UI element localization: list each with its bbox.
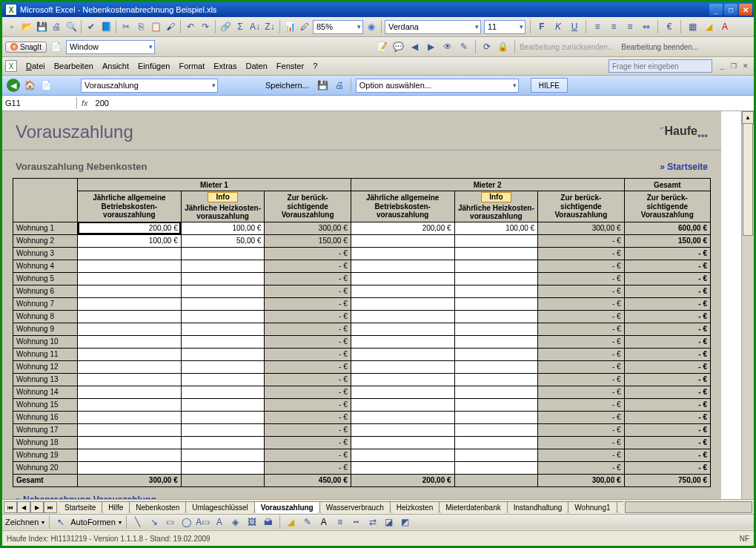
- save-disk-icon[interactable]: 💾: [316, 79, 330, 92]
- cell-m2a[interactable]: [351, 285, 454, 297]
- next-comment-icon[interactable]: ▶: [425, 40, 438, 53]
- cut-icon[interactable]: ✂: [119, 20, 133, 33]
- fx-icon[interactable]: fx: [77, 99, 93, 108]
- cell-m2a[interactable]: [351, 436, 454, 449]
- comment-icon[interactable]: 💬: [392, 40, 405, 53]
- line-style-icon[interactable]: ≡: [334, 515, 347, 529]
- cell-m2b[interactable]: [454, 335, 538, 348]
- cell-m2b[interactable]: [454, 234, 538, 247]
- font-color2-icon[interactable]: A: [317, 515, 331, 529]
- nav-back-icon[interactable]: ◀: [7, 79, 20, 92]
- doc-restore-button[interactable]: ❐: [729, 62, 739, 70]
- worksheet-area[interactable]: Vorauszahlung ⌐Haufe••• Vorauszahlung Ne…: [2, 111, 754, 519]
- cell-m1b[interactable]: [181, 423, 265, 436]
- cell-m1b[interactable]: [181, 360, 265, 373]
- menu-fenster[interactable]: Fenster: [272, 60, 308, 72]
- wordart-icon[interactable]: A: [213, 515, 226, 529]
- arrow-style-icon[interactable]: ⇄: [366, 515, 379, 529]
- font-size-combo[interactable]: 11: [484, 20, 525, 34]
- tab-next-icon[interactable]: ▶: [30, 501, 44, 513]
- cell-m2b[interactable]: [454, 260, 538, 272]
- cell-m1b[interactable]: [181, 436, 265, 449]
- ink-icon[interactable]: ✎: [457, 40, 471, 53]
- cell-m2b[interactable]: [454, 386, 538, 398]
- cell-m2a[interactable]: [351, 449, 454, 461]
- underline-icon[interactable]: U: [568, 20, 581, 33]
- italic-icon[interactable]: K: [551, 20, 565, 33]
- preview-icon[interactable]: 🔍: [64, 20, 78, 33]
- cell-m1a[interactable]: 200,00 €: [78, 222, 182, 234]
- cell-m2b[interactable]: [454, 348, 538, 360]
- drawing-toggle-icon[interactable]: 🖊: [298, 20, 311, 33]
- spelling-icon[interactable]: ✔: [84, 20, 98, 33]
- cell-m2b[interactable]: [454, 423, 538, 436]
- cell-m2a[interactable]: [351, 360, 454, 373]
- cell-m2b[interactable]: [454, 272, 538, 285]
- cell-m2b[interactable]: [454, 360, 538, 373]
- fill-color-icon[interactable]: ◢: [702, 20, 715, 33]
- cell-m1b[interactable]: [181, 247, 265, 260]
- prev-comment-icon[interactable]: ◀: [408, 40, 422, 53]
- undo-icon[interactable]: ↶: [184, 20, 197, 33]
- open-icon[interactable]: 📂: [20, 20, 33, 33]
- paste-icon[interactable]: 📋: [149, 20, 162, 33]
- sheet-tab[interactable]: Startseite: [59, 501, 102, 513]
- cell-m1a[interactable]: [78, 310, 182, 323]
- borders-icon[interactable]: ▦: [686, 20, 699, 33]
- review-icon[interactable]: 📝: [376, 40, 389, 53]
- cell-m2b[interactable]: [454, 247, 538, 260]
- sheet-tab[interactable]: Instandhaltung: [507, 501, 569, 513]
- cell-m1b[interactable]: [181, 285, 265, 297]
- cell-m1a[interactable]: [78, 461, 182, 474]
- scroll-thumb[interactable]: [743, 123, 753, 236]
- redo-icon[interactable]: ↷: [199, 20, 212, 33]
- sort-asc-icon[interactable]: A↓: [248, 20, 262, 33]
- cell-m1b[interactable]: [181, 272, 265, 285]
- sheet-tab[interactable]: Nebenkosten: [129, 501, 186, 513]
- cell-m1b[interactable]: [181, 461, 265, 474]
- cell-m1a[interactable]: [78, 323, 182, 335]
- cell-m2a[interactable]: [351, 411, 454, 423]
- menu-extras[interactable]: Extras: [209, 60, 241, 72]
- cell-m1b[interactable]: 100,00 €: [181, 222, 265, 234]
- sheet-tab[interactable]: Wasserverbrauch: [319, 501, 391, 513]
- cell-m2a[interactable]: [351, 386, 454, 398]
- cell-m1b[interactable]: [181, 348, 265, 360]
- tab-first-icon[interactable]: ⏮: [4, 501, 17, 513]
- new-icon[interactable]: ▫: [5, 20, 19, 33]
- cell-m2b[interactable]: [454, 323, 538, 335]
- zoom-combo[interactable]: 85%: [313, 20, 363, 34]
- undo-edit-label[interactable]: Bearbeitung zurücksenden...: [520, 43, 614, 51]
- textbox-icon[interactable]: A▭: [196, 515, 210, 529]
- cell-m1a[interactable]: [78, 423, 182, 436]
- cell-m1b[interactable]: [181, 449, 265, 461]
- cell-m1a[interactable]: [78, 272, 182, 285]
- sheet-tab[interactable]: Wohnu: [617, 501, 623, 513]
- shadow-icon[interactable]: ◪: [382, 515, 396, 529]
- cell-m1b[interactable]: [181, 310, 265, 323]
- menu-bearbeiten[interactable]: Bearbeiten: [50, 60, 98, 72]
- cell-m2b[interactable]: [454, 373, 538, 386]
- align-right-icon[interactable]: ≡: [623, 20, 637, 33]
- end-edit-label[interactable]: Bearbeitung beenden...: [621, 43, 698, 51]
- maximize-button[interactable]: □: [724, 4, 737, 16]
- cell-m1b[interactable]: [181, 398, 265, 411]
- oval-icon[interactable]: ◯: [180, 515, 193, 529]
- arrow-icon[interactable]: ↘: [147, 515, 161, 529]
- cell-m2b[interactable]: [454, 411, 538, 423]
- picture-icon[interactable]: 🏔: [262, 515, 275, 529]
- nav-page-combo[interactable]: Vorauszahlung: [81, 79, 218, 93]
- name-box[interactable]: G11: [2, 97, 77, 109]
- line-color-icon[interactable]: ✎: [301, 515, 314, 529]
- cell-m1a[interactable]: [78, 386, 182, 398]
- line-icon[interactable]: ╲: [131, 515, 145, 529]
- menu-hilfe[interactable]: ?: [308, 60, 322, 72]
- close-button[interactable]: ✕: [739, 4, 752, 16]
- cell-m2a[interactable]: [351, 398, 454, 411]
- cell-m2b[interactable]: [454, 310, 538, 323]
- cell-m2b[interactable]: [454, 436, 538, 449]
- cell-m2a[interactable]: [351, 373, 454, 386]
- info-button-2[interactable]: Info: [481, 192, 511, 202]
- option-combo[interactable]: Option auswählen...: [356, 79, 519, 93]
- font-color-icon[interactable]: A: [718, 20, 732, 33]
